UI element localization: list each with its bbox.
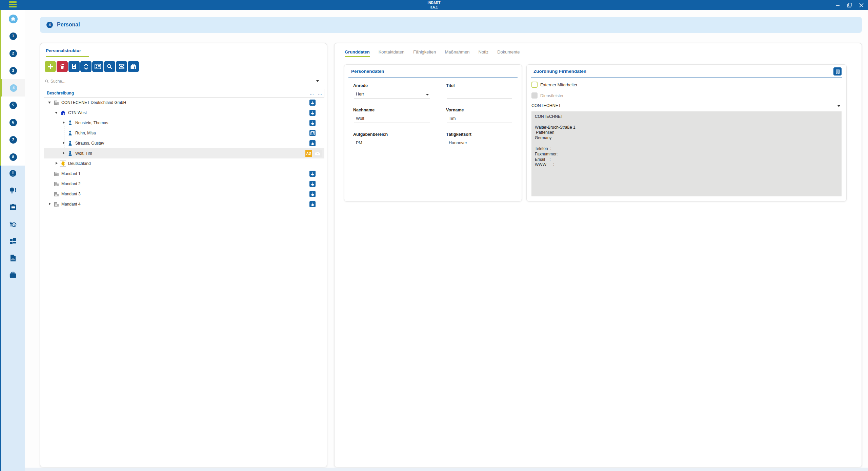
hand-pointer-icon[interactable] bbox=[309, 140, 316, 146]
person-icon bbox=[67, 120, 73, 126]
badge-6: 6 bbox=[9, 119, 17, 126]
tab-notiz[interactable]: Notiz bbox=[479, 49, 489, 57]
search-dropdown-caret-icon[interactable] bbox=[316, 80, 319, 82]
sidebar-item-7[interactable]: 7 bbox=[0, 131, 25, 148]
restore-icon[interactable] bbox=[847, 3, 852, 8]
tree-row-label: Neustein, Thomas bbox=[75, 121, 108, 125]
column-options-button[interactable]: ... bbox=[308, 89, 316, 97]
tab-dokumente[interactable]: Dokumente bbox=[497, 49, 520, 57]
sidebar-item-4-active[interactable]: 4 bbox=[0, 79, 25, 97]
expander-expanded-icon[interactable] bbox=[55, 111, 58, 114]
field-underline bbox=[531, 110, 842, 110]
window-bottom-edge bbox=[25, 468, 868, 471]
sidebar-item-1[interactable]: 1 bbox=[0, 27, 25, 45]
company-icon bbox=[53, 201, 59, 207]
sidebar-item-5[interactable]: 5 bbox=[0, 97, 25, 114]
hand-pointer-icon[interactable] bbox=[309, 201, 316, 207]
assignment-button[interactable] bbox=[128, 61, 139, 72]
externer-mitarbeiter-label: Externer Mitarbeiter bbox=[540, 83, 578, 87]
tree-row-label: Mandant 1 bbox=[61, 171, 81, 176]
sidebar-item-home[interactable] bbox=[0, 10, 25, 27]
hand-pointer-icon[interactable] bbox=[309, 110, 316, 116]
save-button[interactable] bbox=[68, 61, 80, 72]
app-title-line2: 3.6.1 bbox=[428, 5, 441, 9]
hamburger-menu-icon[interactable] bbox=[9, 1, 17, 9]
hand-pointer-icon[interactable] bbox=[309, 171, 316, 177]
tree-row-company[interactable]: CONTECHNET Deutschland GmbH bbox=[44, 98, 324, 108]
tree-row-client[interactable]: Mandant 3 bbox=[44, 189, 324, 199]
minimize-icon[interactable] bbox=[835, 3, 840, 8]
anrede-select[interactable]: Herr bbox=[356, 92, 364, 97]
vorname-input[interactable]: Tim bbox=[449, 116, 456, 121]
report-document-icon[interactable] bbox=[9, 254, 17, 262]
tab-massnahmen[interactable]: Maßnahmen bbox=[445, 49, 470, 57]
tree-row-person[interactable]: Strauss, Gustav bbox=[44, 138, 324, 148]
tree-row-department[interactable]: CTN West bbox=[44, 108, 324, 118]
expander-collapsed-icon[interactable] bbox=[62, 121, 65, 125]
taetigkeitsort-input[interactable]: Hannover bbox=[449, 141, 467, 145]
expander-collapsed-icon[interactable] bbox=[62, 142, 65, 145]
field-label-vorname: Vorname bbox=[446, 108, 464, 112]
close-icon[interactable] bbox=[859, 3, 864, 8]
field-underline bbox=[354, 123, 430, 123]
externer-mitarbeiter-checkbox[interactable] bbox=[531, 82, 538, 88]
hand-pointer-icon[interactable] bbox=[309, 120, 316, 126]
field-underline bbox=[447, 147, 512, 147]
search-button[interactable] bbox=[104, 61, 115, 72]
expander-collapsed-icon[interactable] bbox=[62, 152, 65, 155]
tree-column-header: Beschreibung ... ... bbox=[44, 89, 324, 98]
sidebar-item-3[interactable]: 3 bbox=[0, 62, 25, 79]
badge-4: 4 bbox=[10, 84, 17, 92]
tree-row-label: Ruhn, Misa bbox=[75, 131, 96, 135]
company-select-caret-icon[interactable] bbox=[837, 105, 840, 107]
tree-search-field[interactable]: Suche... bbox=[45, 77, 324, 85]
search-placeholder: Suche... bbox=[51, 79, 65, 84]
expand-collapse-button[interactable] bbox=[80, 61, 92, 72]
tree-row-label: Wolt, Tim bbox=[75, 151, 92, 156]
expander-expanded-icon[interactable] bbox=[48, 101, 52, 104]
column-filter-button[interactable]: ... bbox=[316, 89, 324, 97]
tab-kontaktdaten[interactable]: Kontaktdaten bbox=[379, 49, 405, 57]
contact-card-button[interactable] bbox=[92, 61, 103, 72]
company-data-button[interactable] bbox=[833, 67, 842, 76]
badge-2: 2 bbox=[9, 50, 17, 57]
sidebar-item-2[interactable]: 2 bbox=[0, 45, 25, 62]
expander-collapsed-icon[interactable] bbox=[55, 162, 58, 165]
expander-collapsed-icon[interactable] bbox=[48, 202, 52, 206]
company-select[interactable]: CONTECHNET bbox=[531, 103, 561, 108]
contact-card-action-icon[interactable] bbox=[309, 130, 316, 136]
hand-pointer-icon[interactable] bbox=[309, 191, 316, 197]
company-info-textarea[interactable]: CONTECHNET Walter-Bruch-Straße 1 Pattens… bbox=[531, 111, 842, 196]
tree-row-person-selected[interactable]: Wolt, Tim AD bbox=[44, 148, 324, 158]
aufgabenbereich-input[interactable]: PM bbox=[356, 141, 362, 145]
company-icon bbox=[53, 171, 59, 177]
favorite-button[interactable] bbox=[116, 61, 127, 72]
tree-row-region[interactable]: Deutschland bbox=[44, 158, 324, 169]
tree-row-client[interactable]: Mandant 1 bbox=[44, 169, 324, 179]
hand-pointer-icon[interactable] bbox=[309, 100, 316, 106]
clipboard-list-icon[interactable] bbox=[9, 204, 17, 211]
tab-faehigkeiten[interactable]: Fähigkeiten bbox=[413, 49, 436, 57]
nachname-input[interactable]: Wolt bbox=[356, 116, 364, 121]
tab-grunddaten[interactable]: Grunddaten bbox=[345, 49, 370, 57]
briefcase-icon[interactable] bbox=[9, 271, 17, 279]
envelope-icon[interactable] bbox=[314, 150, 322, 157]
person-icon bbox=[67, 140, 73, 146]
sidebar-item-6[interactable]: 6 bbox=[0, 114, 25, 131]
tree-row-person[interactable]: Neustein, Thomas bbox=[44, 118, 324, 128]
wrench-clock-icon[interactable] bbox=[9, 220, 17, 228]
panel-title: Personalstruktur bbox=[46, 48, 81, 53]
add-button[interactable] bbox=[45, 61, 56, 72]
alert-circle-icon[interactable] bbox=[9, 170, 17, 177]
delete-button[interactable] bbox=[57, 61, 68, 72]
field-label-nachname: Nachname bbox=[353, 108, 375, 112]
dashboard-grid-icon[interactable] bbox=[9, 237, 17, 245]
sidebar-item-8[interactable]: 8 bbox=[0, 148, 25, 166]
person-icon bbox=[67, 150, 73, 156]
tree-row-person[interactable]: Ruhn, Misa bbox=[44, 128, 324, 138]
hand-pointer-icon[interactable] bbox=[309, 181, 316, 187]
lightbulb-alert-icon[interactable] bbox=[9, 187, 17, 194]
tree-row-client[interactable]: Mandant 2 bbox=[44, 179, 324, 189]
tree-row-client[interactable]: Mandant 4 bbox=[44, 199, 324, 209]
anrede-caret-icon[interactable] bbox=[426, 94, 429, 95]
